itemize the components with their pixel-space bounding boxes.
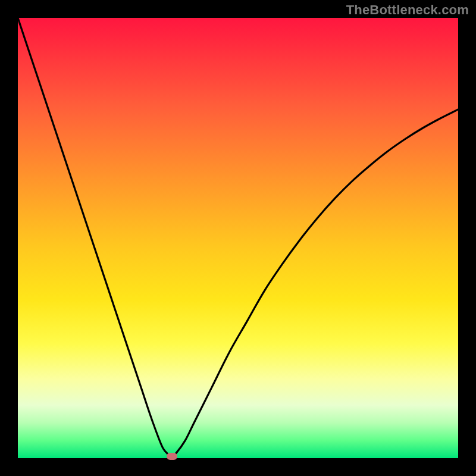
penalty-curve-path [18, 18, 458, 456]
watermark-text: TheBottleneck.com [346, 2, 469, 18]
optimum-marker [167, 453, 177, 460]
curve-svg [18, 18, 458, 458]
chart-frame: TheBottleneck.com [0, 0, 476, 476]
plot-area [18, 18, 458, 458]
